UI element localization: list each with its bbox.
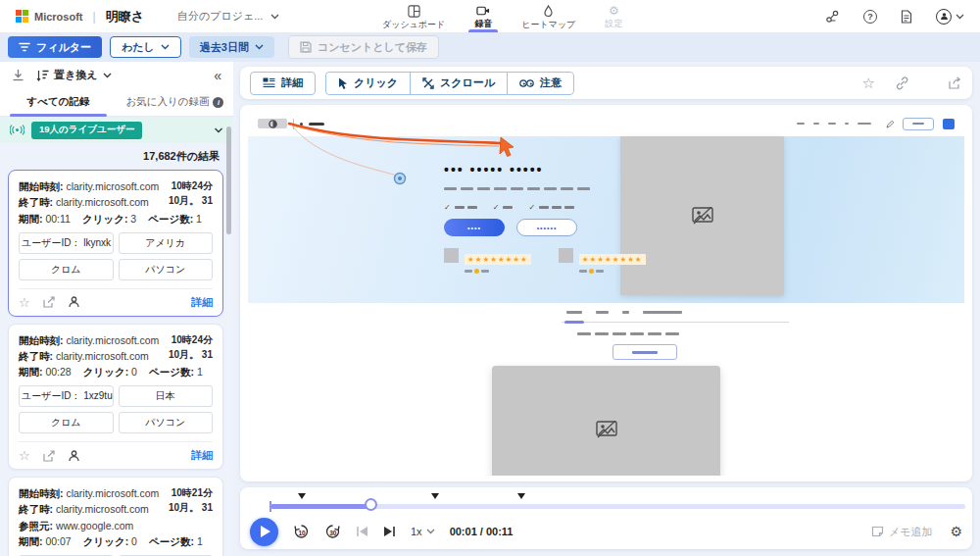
favorite-star-icon[interactable]: ☆ xyxy=(19,448,30,463)
top-right-actions: ? xyxy=(825,9,964,25)
top-bar: Microsoft | 明瞭さ 自分のプロジェ... ダッシュボード 録音 ヒー… xyxy=(0,0,980,32)
player-settings-button[interactable]: ⚙ xyxy=(950,524,962,539)
tab-all-recordings-label: すべての記録 xyxy=(27,95,90,109)
play-button[interactable] xyxy=(250,518,278,546)
date-range-dropdown[interactable]: 過去3日間 xyxy=(189,36,274,58)
start-label: 開始時刻: xyxy=(19,180,64,192)
help-icon[interactable]: ? xyxy=(863,10,877,24)
add-note-button[interactable]: メモ追加 xyxy=(871,525,933,539)
card-time: 10時24分 xyxy=(169,178,213,193)
details-toggle-label: 詳細 xyxy=(281,76,303,90)
recording-card[interactable]: 開始時刻: clarity.microsoft.com 終了時: clarity… xyxy=(8,170,223,317)
replay-tab-underline xyxy=(562,322,789,323)
scroll-overlay-label: スクロール xyxy=(440,76,495,90)
nav-recordings[interactable]: 録音 xyxy=(472,0,494,32)
star-rating: ★★★★★★★★ xyxy=(465,254,531,265)
svg-text:10: 10 xyxy=(299,530,307,536)
card-timestamp: 10時24分 10月。 31 xyxy=(169,178,213,211)
brand-divider: | xyxy=(93,10,96,24)
svg-text:30: 30 xyxy=(329,530,337,536)
export-icon[interactable] xyxy=(949,76,962,89)
playback-speed-dropdown[interactable]: 1x xyxy=(411,526,435,537)
card-stats: 期間: 00:28 クリック: 0 ページ数: 1 xyxy=(19,366,213,379)
nav-dashboard[interactable]: ダッシュボード xyxy=(380,0,447,32)
replay-outline-button xyxy=(903,118,934,130)
sidebar-toolbar: 置き換え « xyxy=(0,62,233,88)
rewind-10-button[interactable]: 10 xyxy=(293,524,310,539)
live-users-badge: 19人のライブユーザー xyxy=(31,122,142,139)
sort-icon xyxy=(36,70,49,81)
project-selector-label: 自分のプロジェ... xyxy=(177,9,263,24)
browser-pill[interactable]: クロム xyxy=(19,412,114,433)
forward-30-button[interactable]: 30 xyxy=(324,524,341,539)
add-note-label: メモ追加 xyxy=(889,525,933,539)
favorite-star-icon[interactable]: ☆ xyxy=(19,295,30,310)
docs-icon[interactable] xyxy=(901,10,912,24)
event-marker[interactable] xyxy=(298,493,306,499)
recording-card[interactable]: 開始時刻: clarity.microsoft.com 終了時: clarity… xyxy=(8,477,223,556)
next-session-button[interactable] xyxy=(383,526,396,537)
replayed-page: ••• ••••• ••••• ✓ ✓ ✓ •••• •••••• ★★★★★★… xyxy=(248,111,964,476)
device-pill[interactable]: パソコン xyxy=(119,259,214,280)
click-overlay-button[interactable]: クリック xyxy=(325,72,410,95)
sort-dropdown[interactable]: 置き換え xyxy=(36,68,112,82)
details-link[interactable]: 詳細 xyxy=(191,295,213,310)
tab-favorite-recordings[interactable]: お気に入りの録画 i xyxy=(117,88,233,116)
account-menu[interactable] xyxy=(936,9,964,25)
tab-favorite-recordings-label: お気に入りの録画 xyxy=(126,95,210,109)
chevron-down-icon xyxy=(161,44,170,50)
live-users-row[interactable]: 19人のライブユーザー xyxy=(0,117,233,143)
replay-reviews: ★★★★★★★★ ★★★★★★★★ xyxy=(444,248,646,274)
country-pill[interactable]: 日本 xyxy=(119,385,214,407)
favorite-star-icon[interactable]: ☆ xyxy=(862,75,875,92)
review-avatar xyxy=(444,248,459,263)
timeline-handle[interactable] xyxy=(365,498,377,511)
sort-label: 置き換え xyxy=(54,68,98,82)
country-pill[interactable]: アメリカ xyxy=(119,232,214,254)
replay-masked-textline xyxy=(577,332,679,335)
details-toggle-button[interactable]: 詳細 xyxy=(250,72,316,95)
overlay-toggle-group: クリック スクロール 注意 xyxy=(325,72,574,95)
review-avatar xyxy=(559,248,573,263)
copy-link-icon[interactable] xyxy=(895,76,909,90)
scroll-overlay-button[interactable]: スクロール xyxy=(410,72,507,95)
share-nodes-icon[interactable] xyxy=(825,10,840,24)
browser-pill[interactable]: クロム xyxy=(19,259,114,280)
user-id-pill[interactable]: ユーザーID： 1xz9tua xyxy=(19,385,114,407)
user-id-pill[interactable]: ユーザーID： lkynxk xyxy=(19,232,114,254)
details-link[interactable]: 詳細 xyxy=(191,448,213,463)
replay-image-placeholder xyxy=(492,366,720,476)
project-selector[interactable]: 自分のプロジェ... xyxy=(177,9,279,24)
replay-cta-primary: •••• xyxy=(444,219,505,236)
nav-heatmaps[interactable]: ヒートマップ xyxy=(519,0,577,32)
device-pill[interactable]: パソコン xyxy=(119,412,214,433)
date-range-label: 過去3日間 xyxy=(200,40,249,55)
event-marker[interactable] xyxy=(431,493,439,499)
user-icon[interactable] xyxy=(69,296,79,308)
attention-overlay-button[interactable]: 注意 xyxy=(507,72,574,95)
sidebar-tabs: すべての記録 お気に入りの録画 i xyxy=(0,88,233,117)
share-icon[interactable] xyxy=(43,296,56,308)
referrer-label: 参照元: xyxy=(19,520,53,531)
recording-card[interactable]: 開始時刻: clarity.microsoft.com 終了時: clarity… xyxy=(8,324,223,471)
camera-icon xyxy=(476,5,490,17)
nav-settings-label: 設定 xyxy=(605,18,622,30)
download-icon[interactable] xyxy=(12,69,24,81)
save-segment-button[interactable]: コンセントとして保存 xyxy=(288,35,439,59)
filter-button-label: フィルター xyxy=(36,40,91,55)
previous-session-button[interactable] xyxy=(356,526,368,537)
share-icon[interactable] xyxy=(43,450,56,462)
sidebar-scrollbar[interactable] xyxy=(226,126,231,234)
event-marker[interactable] xyxy=(517,493,525,499)
collapse-sidebar-button[interactable]: « xyxy=(214,68,221,83)
end-label: 終了時: xyxy=(19,196,53,208)
replay-viewport[interactable]: ••• ••••• ••••• ✓ ✓ ✓ •••• •••••• ★★★★★★… xyxy=(240,105,972,481)
dashboard-icon xyxy=(408,5,420,18)
user-icon[interactable] xyxy=(69,450,79,462)
me-filter-dropdown[interactable]: わたし xyxy=(110,36,181,58)
replay-hero-section: ••• ••••• ••••• ✓ ✓ ✓ •••• •••••• ★★★★★★… xyxy=(248,136,964,303)
filter-button[interactable]: フィルター xyxy=(8,36,102,58)
tab-all-recordings[interactable]: すべての記録 xyxy=(0,88,117,116)
save-segment-label: コンセントとして保存 xyxy=(318,40,427,55)
attention-overlay-label: 注意 xyxy=(540,76,562,90)
